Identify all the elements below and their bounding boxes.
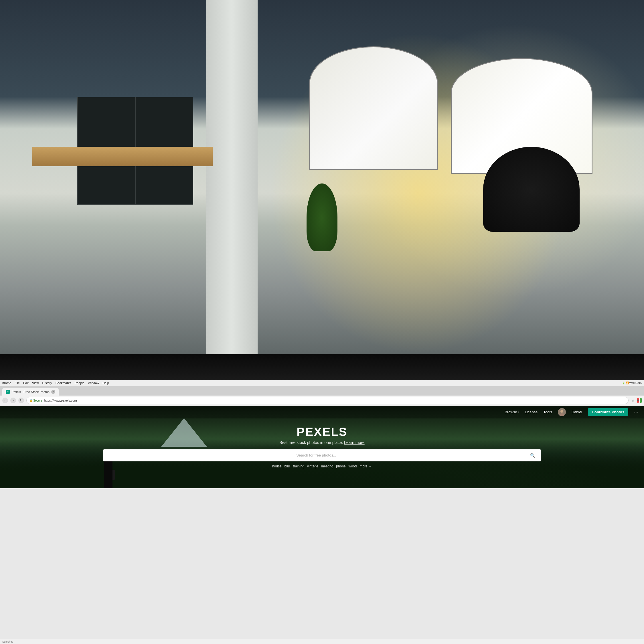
office-desk bbox=[32, 147, 213, 166]
office-window-center bbox=[309, 46, 322, 170]
office-column bbox=[206, 0, 258, 322]
office-plant bbox=[296, 155, 322, 251]
office-scene bbox=[0, 0, 322, 322]
